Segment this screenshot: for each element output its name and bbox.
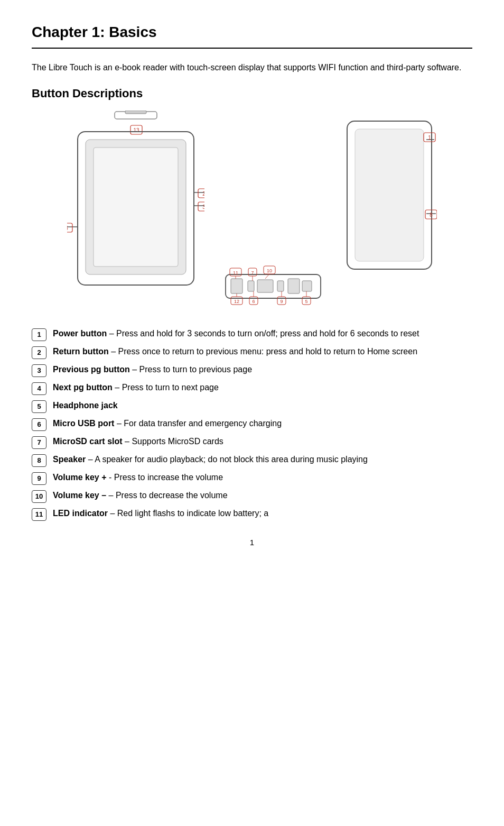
svg-text:7: 7 xyxy=(251,270,254,276)
desc-11: LED indicator – Red light flashs to indi… xyxy=(53,507,472,520)
chapter-divider xyxy=(32,48,472,49)
intro-text: The Libre Touch is an e-book reader with… xyxy=(32,61,472,74)
svg-text:9: 9 xyxy=(280,299,283,304)
svg-text:10: 10 xyxy=(267,268,272,273)
svg-rect-20 xyxy=(277,281,284,291)
desc-3: Previous pg button – Press to turn to pr… xyxy=(53,363,472,376)
desc-9: Volume key + - Press to increase the vol… xyxy=(53,471,472,484)
svg-text:4: 4 xyxy=(67,225,68,231)
svg-text:5: 5 xyxy=(305,299,307,304)
badge-5: 5 xyxy=(32,400,46,413)
badge-11: 11 xyxy=(32,508,46,521)
badge-9: 9 xyxy=(32,472,46,485)
desc-1: Power button – Press and hold for 3 seco… xyxy=(53,327,472,340)
svg-rect-17 xyxy=(231,279,242,293)
list-item: 5 Headphone jack xyxy=(32,399,472,413)
desc-8: Speaker – A speaker for audio playback; … xyxy=(53,453,472,466)
badge-3: 3 xyxy=(32,364,46,377)
svg-text:3: 3 xyxy=(202,204,204,210)
svg-rect-22 xyxy=(302,281,312,291)
desc-7: MicroSD cart slot – Supports MicroSD car… xyxy=(53,435,472,448)
page-number: 1 xyxy=(32,537,472,549)
badge-1: 1 xyxy=(32,328,46,341)
svg-text:2: 2 xyxy=(202,191,204,197)
svg-text:11: 11 xyxy=(233,270,238,276)
desc-10: Volume key – – Press to decrease the vol… xyxy=(53,489,472,502)
list-item: 3 Previous pg button – Press to turn to … xyxy=(32,363,472,377)
list-item: 2 Return button – Press once to return t… xyxy=(32,345,472,359)
list-item: 6 Micro USB port – For data transfer and… xyxy=(32,417,472,431)
svg-text:8: 8 xyxy=(430,212,433,218)
list-item: 4 Next pg button – Press to turn to next… xyxy=(32,381,472,395)
chapter-title: Chapter 1: Basics xyxy=(32,21,472,43)
section-title: Button Descriptions xyxy=(32,85,472,102)
list-item: 11 LED indicator – Red light flashs to i… xyxy=(32,507,472,521)
device-front-diagram: 13 2 3 4 xyxy=(67,111,204,306)
svg-text:1: 1 xyxy=(428,135,431,141)
desc-2: Return button – Press once to return to … xyxy=(53,345,472,358)
svg-rect-19 xyxy=(257,280,273,292)
svg-rect-6 xyxy=(94,148,178,267)
svg-text:13: 13 xyxy=(133,127,139,133)
svg-rect-1 xyxy=(125,111,146,114)
desc-5: Headphone jack xyxy=(53,399,472,412)
desc-4: Next pg button – Press to turn to next p… xyxy=(53,381,472,394)
badge-6: 6 xyxy=(32,418,46,431)
list-item: 9 Volume key + - Press to increase the v… xyxy=(32,471,472,485)
button-descriptions-list: 1 Power button – Press and hold for 3 se… xyxy=(32,327,472,521)
badge-2: 2 xyxy=(32,346,46,359)
device-side-diagram: 1 8 xyxy=(342,111,437,290)
badge-4: 4 xyxy=(32,382,46,395)
list-item: 7 MicroSD cart slot – Supports MicroSD c… xyxy=(32,435,472,449)
svg-rect-45 xyxy=(355,129,424,261)
badge-8: 8 xyxy=(32,454,46,467)
list-item: 1 Power button – Press and hold for 3 se… xyxy=(32,327,472,341)
badge-7: 7 xyxy=(32,436,46,449)
badge-10: 10 xyxy=(32,490,46,503)
svg-rect-21 xyxy=(288,279,300,293)
device-bottom-diagram: 11 7 10 12 6 9 5 xyxy=(220,264,326,311)
list-item: 10 Volume key – – Press to decrease the … xyxy=(32,489,472,503)
svg-text:6: 6 xyxy=(252,299,255,304)
desc-6: Micro USB port – For data transfer and e… xyxy=(53,417,472,430)
list-item: 8 Speaker – A speaker for audio playback… xyxy=(32,453,472,467)
svg-rect-18 xyxy=(248,281,254,291)
svg-text:12: 12 xyxy=(234,299,239,304)
diagram-area: 13 2 3 4 11 7 10 xyxy=(32,111,472,311)
